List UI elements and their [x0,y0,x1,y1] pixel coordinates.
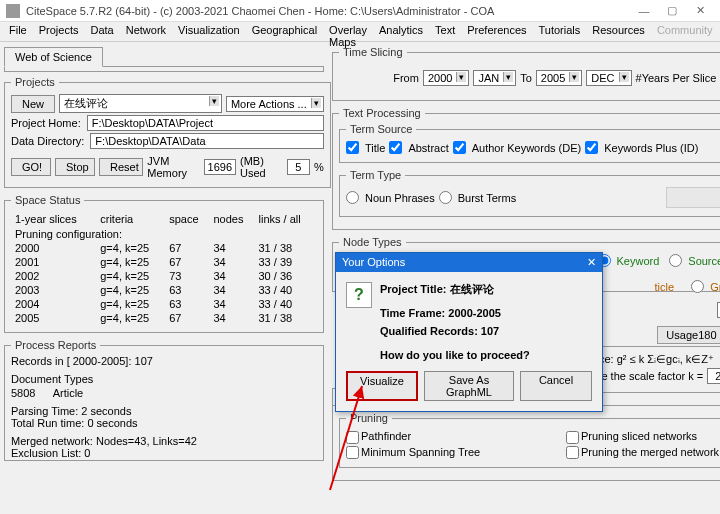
menu-overlay maps[interactable]: Overlay Maps [324,22,372,41]
pct-label: % [314,161,324,173]
menu-tutorials[interactable]: Tutorials [534,22,586,41]
reports-legend: Process Reports [11,339,100,351]
detect-button [666,187,720,208]
source-radio[interactable] [669,254,682,267]
projects-legend: Projects [11,76,59,88]
menu-community[interactable]: Community [652,22,718,41]
report-line: Total Run time: 0 seconds [11,417,317,429]
process-reports-panel: Process Reports Records in [ 2000-2005]:… [4,339,324,461]
window-title: CiteSpace 5.7.R2 (64-bit) - (c) 2003-202… [26,5,630,17]
table-row: 2003g=4, k=25633433 / 40 [13,284,315,296]
formula-text: ce: g² ≤ k Σᵢ∈gcᵢ, k∈Z⁺ [599,353,720,366]
pathfinder-checkbox[interactable] [346,431,359,444]
time-slicing-panel: Time Slicing From 2000 JAN To 2005 DEC #… [332,46,720,101]
save-graphml-button[interactable]: Save As GraphML [424,371,514,401]
menu-projects[interactable]: Projects [34,22,84,41]
table-row: 2001g=4, k=25673433 / 39 [13,256,315,268]
nt-legend: Node Types [339,236,406,248]
data-dir-input[interactable]: F:\Desktop\DATA\Data [90,133,323,149]
minimize-icon[interactable]: — [630,2,658,20]
usage180-tab[interactable]: Usage180 [657,326,720,344]
pmn-checkbox[interactable] [566,446,579,459]
menu-visualization[interactable]: Visualization [173,22,245,41]
mst-checkbox[interactable] [346,446,359,459]
jvm-label: JVM Memory [147,155,197,179]
src-legend: Term Source [346,123,416,135]
col-header: links / all [257,212,316,226]
app-icon [6,4,20,18]
data-dir-label: Data Directory: [11,135,84,147]
visualize-button[interactable]: Visualize [346,371,418,401]
menu-network[interactable]: Network [121,22,171,41]
from-month[interactable]: JAN [473,70,516,86]
dialog-close-icon[interactable]: ✕ [587,256,596,269]
table-row: 2000g=4, k=25673431 / 38 [13,242,315,254]
to-year[interactable]: 2005 [536,70,582,86]
table-row: 2002g=4, k=25733430 / 36 [13,270,315,282]
col-header: space [167,212,209,226]
col-header: nodes [211,212,254,226]
tab-web-of-science[interactable]: Web of Science [4,47,103,67]
go-button[interactable]: GO! [11,158,51,176]
close-icon[interactable]: ✕ [686,2,714,20]
col-header: 1-year slices [13,212,96,226]
prune-config: Pruning configuration: [13,228,315,240]
to-month[interactable]: DEC [586,70,631,86]
menu-data[interactable]: Data [85,22,118,41]
title-checkbox[interactable] [346,141,359,154]
col-header: criteria [98,212,165,226]
stop-button[interactable]: Stop [55,158,95,176]
tp-legend: Text Processing [339,107,425,119]
dialog-title: Your Options [342,256,405,269]
projects-panel: Projects New 在线评论 More Actions ... Proje… [4,76,331,188]
abstract-checkbox[interactable] [389,141,402,154]
menu-text[interactable]: Text [430,22,460,41]
from-year[interactable]: 2000 [423,70,469,86]
term-source-panel: Term Source Title Abstract Author Keywor… [339,123,720,163]
more-actions-select[interactable]: More Actions ... [226,96,324,112]
ts-legend: Time Slicing [339,46,407,58]
report-line: Parsing Time: 2 seconds [11,405,317,417]
to-label: To [520,72,532,84]
project-select[interactable]: 在线评论 [59,94,222,113]
report-line: Records in [ 2000-2005]: 107 [11,355,317,367]
report-line: Merged network: Nodes=43, Links=42 [11,435,317,447]
question-icon: ? [346,282,372,308]
your-options-dialog: Your Options ✕ ? Project Title: 在线评论 Tim… [335,252,603,412]
new-button[interactable]: New [11,95,55,113]
space-legend: Space Status [11,194,84,206]
menu-preferences[interactable]: Preferences [462,22,531,41]
np-radio[interactable] [346,191,359,204]
grant-radio[interactable] [691,280,704,293]
k-input[interactable]: 25 [707,368,720,384]
report-line: Document Types [11,373,317,385]
bt-radio[interactable] [439,191,452,204]
table-row: 2005g=4, k=25673431 / 38 [13,312,315,324]
tt-legend: Term Type [346,169,405,181]
jvm-unit: (MB) Used [240,155,281,179]
menu-file[interactable]: File [4,22,32,41]
table-row: 2004g=4, k=25633433 / 40 [13,298,315,310]
pruning-legend: Pruning [346,412,392,424]
scale-label: le the scale factor k = [599,370,703,382]
from-label: From [393,72,419,84]
space-status-panel: Space Status 1-year slicescriteriaspacen… [4,194,324,333]
report-line: Exclusion List: 0 [11,447,317,459]
ak-checkbox[interactable] [453,141,466,154]
menu-analytics[interactable]: Analytics [374,22,428,41]
jvm-pct: 5 [287,159,310,175]
cancel-button[interactable]: Cancel [520,371,592,401]
project-home-label: Project Home: [11,117,81,129]
maximize-icon[interactable]: ▢ [658,2,686,20]
pruning-panel: Pruning Pathfinder Pruning sliced networ… [339,412,720,468]
menu-resources[interactable]: Resources [587,22,650,41]
project-home-input[interactable]: F:\Desktop\DATA\Project [87,115,324,131]
reset-button[interactable]: Reset [99,158,143,176]
report-count: 5808 [11,387,35,399]
term-type-panel: Term Type Noun Phrases Burst Terms Entro… [339,169,720,217]
yps-label: #Years Per Slice [636,72,717,84]
menu-geographical[interactable]: Geographical [247,22,322,41]
kp-checkbox[interactable] [585,141,598,154]
jvm-value: 1696 [204,159,236,175]
psn-checkbox[interactable] [566,431,579,444]
